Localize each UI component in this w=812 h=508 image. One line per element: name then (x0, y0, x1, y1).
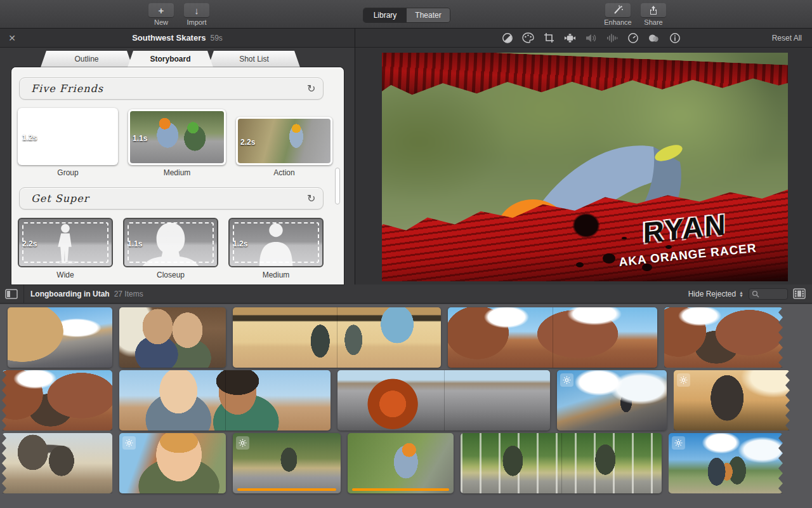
shot-thumbnail[interactable]: 1.2s (18, 108, 118, 165)
clip-downhill[interactable] (674, 370, 790, 431)
section-undo-icon[interactable]: ↺ (307, 84, 315, 94)
filter-label: Hide Rejected (688, 290, 736, 298)
plus-icon: + (159, 5, 164, 16)
shot-duration: 1.2s (233, 239, 247, 248)
search-icon (752, 290, 759, 298)
clip-appearance-icon[interactable] (793, 288, 806, 299)
section-undo-icon[interactable]: ↺ (307, 194, 315, 204)
clip-helmet-skater[interactable] (348, 433, 454, 493)
shot-medium: 1.1sMedium (128, 109, 226, 177)
clip-mv-group[interactable] (664, 307, 783, 368)
new-project-button[interactable]: + (148, 3, 174, 17)
noise-reduction-icon[interactable] (606, 32, 618, 44)
clip-desert-road[interactable] (8, 307, 112, 368)
adjustment-badge-icon (122, 436, 136, 450)
shot-thumbnail[interactable]: 2.2s (236, 117, 332, 165)
color-palette-icon[interactable] (522, 32, 534, 44)
section-header: Five Friends↺ (19, 77, 324, 100)
search-input[interactable] (749, 288, 788, 300)
close-trailer-button[interactable]: ✕ (6, 32, 18, 44)
effects-icon[interactable] (648, 32, 660, 44)
frame-seam (444, 370, 445, 431)
magic-wand-icon (612, 5, 624, 15)
shot-closeup: 1.1sCloseup (123, 218, 218, 279)
clip-row (0, 307, 812, 368)
scrollbar-thumb[interactable] (335, 168, 340, 204)
placeholder-shot-thumbnail[interactable]: 2.2s (18, 218, 113, 267)
shot-label: Medium (164, 168, 191, 177)
share-button-label: Share (644, 18, 662, 26)
event-title: Longboarding in Utah (30, 290, 110, 298)
storyboard-content: Five Friends↺1.2sGroup1.1sMedium2.2sActi… (11, 77, 344, 279)
shot-label: Group (57, 168, 78, 177)
header-row: ✕ Southwest Skaters 59s Reset All (0, 29, 812, 48)
adjustment-badge-icon (677, 373, 690, 387)
share-button[interactable] (641, 3, 666, 17)
storyboard-scrollbar[interactable] (334, 74, 341, 279)
adjustment-badge-icon (236, 436, 249, 450)
speed-icon[interactable] (627, 32, 639, 44)
tab-outline[interactable]: Outline (41, 51, 133, 67)
browser-controls: Hide Rejected ▲▼ (688, 288, 812, 300)
library-theater-switcher: Library Theater (363, 8, 450, 22)
frame-seam (225, 370, 226, 431)
clip-high-five[interactable] (2, 433, 112, 493)
info-icon[interactable] (669, 32, 681, 44)
volume-icon[interactable] (585, 32, 597, 44)
viewer-panel: RYAN AKA ORANGE RACER (355, 48, 812, 284)
shot-duration: 1.1s (128, 239, 142, 248)
contrast-icon[interactable] (501, 32, 513, 44)
clip-group-talk[interactable] (669, 433, 783, 493)
enhance-share-group: Enhance Share (604, 3, 667, 26)
filter-popup[interactable]: Hide Rejected ▲▼ (688, 290, 743, 298)
shot-medium: 1.2sMedium (228, 218, 324, 279)
share-icon (649, 5, 658, 15)
clip-rv-friends[interactable] (119, 307, 226, 368)
enhance-button-label: Enhance (604, 18, 631, 26)
adjustments-toolbar: Reset All (355, 29, 812, 48)
enhance-button[interactable] (605, 3, 631, 17)
trailer-title: Southwest Skaters (132, 33, 206, 43)
clip-trading-post[interactable] (233, 307, 441, 368)
section-title[interactable]: Five Friends (31, 83, 103, 95)
shot-thumbnail[interactable]: 1.1s (128, 109, 226, 165)
clip-couple[interactable] (119, 370, 331, 431)
sidebar-toggle-icon[interactable] (5, 289, 18, 299)
placeholder-shot-thumbnail[interactable]: 1.1s (123, 218, 218, 267)
frame-seam (561, 433, 562, 493)
shot-label: Medium (263, 271, 290, 279)
favorite-line (237, 488, 336, 491)
reset-all-button[interactable]: Reset All (772, 34, 802, 43)
tab-theater[interactable]: Theater (407, 8, 450, 22)
clip-row (0, 370, 812, 431)
stabilization-icon[interactable] (564, 32, 576, 44)
clip-wheel[interactable] (337, 370, 550, 431)
clip-selfie[interactable] (119, 433, 226, 493)
clip-monument-valley[interactable] (448, 307, 657, 368)
clip-forest-two[interactable] (461, 433, 662, 493)
video-preview: RYAN AKA ORANGE RACER (382, 53, 788, 281)
shot-duration: 1.2s (22, 133, 37, 142)
clip-forest-skater[interactable] (233, 433, 341, 493)
shot-duration: 1.1s (133, 134, 147, 143)
editor-tabs: OutlineStoryboardShot List (43, 51, 298, 67)
tab-shot-list[interactable]: Shot List (208, 51, 300, 67)
placeholder-shot-thumbnail[interactable]: 1.2s (228, 218, 324, 267)
import-button-label: Import (187, 18, 206, 26)
shots-row: 1.2sGroup1.1sMedium2.2sAction (11, 100, 344, 177)
section-title[interactable]: Get Super (31, 192, 89, 204)
section-header: Get Super↺ (19, 187, 324, 210)
tab-storyboard[interactable]: Storyboard (128, 51, 213, 67)
new-button-label: New (154, 18, 168, 26)
tab-library[interactable]: Library (363, 8, 407, 22)
shot-duration: 2.2s (240, 138, 255, 147)
crop-icon[interactable] (543, 32, 555, 44)
popup-arrows-icon: ▲▼ (739, 291, 743, 297)
clip-road-clouds[interactable] (557, 370, 667, 431)
shot-label: Action (273, 168, 294, 177)
import-button[interactable]: ↓ (184, 3, 209, 17)
trailer-duration: 59s (210, 34, 222, 43)
clip-mv-group[interactable] (2, 370, 112, 431)
adjustment-badge-icon (560, 373, 573, 387)
top-toolbar: + New ↓ Import Library Theater Enhance (0, 0, 812, 29)
